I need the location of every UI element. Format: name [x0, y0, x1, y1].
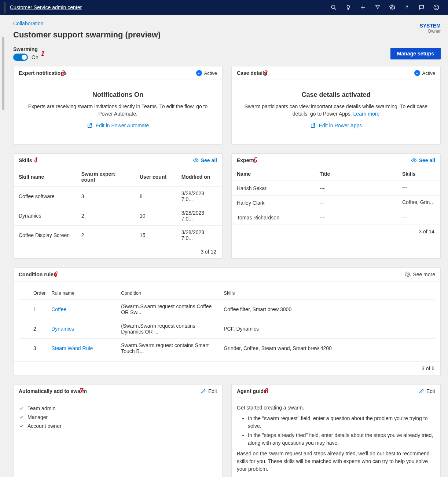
smile-icon[interactable] — [429, 0, 444, 15]
skills-card: 4 Skills See all Skill name Swarm expert… — [13, 153, 223, 259]
guide-bullet: In the "swarm request" field, enter a qu… — [248, 415, 435, 430]
gear-icon[interactable] — [385, 0, 400, 15]
scrollbar[interactable] — [0, 35, 6, 477]
rules-footer: 3 of 6 — [14, 361, 440, 375]
rules-table: Order Rule name Condition Skills 1Coffee… — [19, 287, 435, 358]
status-badge: Active — [196, 70, 217, 76]
owner-role: Owner — [419, 29, 441, 34]
svg-point-5 — [407, 9, 407, 9]
open-icon — [310, 123, 316, 128]
check-icon — [19, 423, 24, 429]
card-heading: Notifications On — [22, 91, 213, 99]
skills-footer: 3 of 12 — [14, 245, 222, 258]
svg-point-7 — [436, 7, 436, 7]
table-row[interactable]: Dynamics2103/28/2023 7:0... — [14, 206, 222, 226]
help-icon[interactable] — [400, 0, 414, 15]
check-icon — [19, 406, 24, 411]
card-title: Expert notifications — [19, 70, 67, 76]
swarming-state: On — [32, 54, 38, 60]
rule-link[interactable]: Coffee — [51, 306, 66, 312]
guide-bullet: In the "steps already tried" field, ente… — [248, 432, 435, 447]
card-title: Automatically add to swarm — [19, 388, 87, 394]
card-title: Experts — [237, 157, 256, 163]
svg-point-8 — [437, 7, 437, 7]
card-title: Condition rules — [19, 272, 56, 277]
edit-link[interactable]: Edit — [201, 388, 217, 394]
case-details-card: 3 Case details Active Case details activ… — [231, 66, 441, 145]
table-row[interactable]: Hailey Clark---Coffee, Grinder, ... — [232, 196, 440, 210]
gear-icon — [405, 272, 411, 277]
swarming-label: Swarming — [13, 46, 38, 52]
table-row[interactable]: Tomas Richardson------ — [232, 210, 440, 225]
card-desc: Experts are receiving swarm invitations … — [22, 103, 213, 117]
owner-name[interactable]: SYSTEM — [419, 23, 441, 29]
open-icon — [87, 123, 93, 128]
manage-setups-button[interactable]: Manage setups — [390, 48, 441, 59]
experts-table: Name Title Skills Harish Sekar------ Hai… — [232, 167, 440, 225]
table-row[interactable]: Coffee Display Screen2153/28/2023 7:0... — [14, 226, 222, 245]
check-icon — [196, 70, 202, 76]
table-row[interactable]: Coffee software383/28/2023 7:0... — [14, 187, 222, 206]
guide-outro: Based on the swarm request and steps alr… — [237, 450, 435, 473]
card-title: Agent guide — [237, 388, 267, 394]
pencil-icon — [201, 389, 206, 394]
list-item: Manager — [19, 413, 217, 422]
see-all-link[interactable]: See all — [193, 157, 217, 163]
card-title: Skills — [19, 157, 32, 163]
card-heading: Case details activated — [240, 91, 432, 99]
add-icon[interactable] — [356, 0, 370, 15]
annotation-1: 1 — [41, 49, 45, 58]
rule-link[interactable]: Dynamics — [51, 326, 74, 332]
list-item: Team admin — [19, 404, 217, 413]
check-icon — [19, 415, 24, 420]
see-more-link[interactable]: See more — [405, 272, 435, 277]
idea-icon[interactable] — [341, 0, 356, 15]
appbar-divider — [4, 2, 5, 13]
svg-line-1 — [334, 8, 336, 10]
svg-point-12 — [413, 160, 415, 161]
table-row[interactable]: 3Steam Wand RuleSwarm.Swarm request cont… — [19, 339, 435, 358]
app-bar: Customer Service admin center — [0, 0, 448, 15]
table-row[interactable]: 1Coffee(Swarm.Swarm request contains Cof… — [19, 300, 435, 319]
edit-power-apps-link[interactable]: Edit in Power Apps — [310, 123, 362, 128]
breadcrumb[interactable]: Collaboration — [13, 21, 448, 26]
owner-block: SYSTEM Owner — [419, 23, 441, 34]
experts-card: 5 Experts See all Name Title Skills Hari… — [231, 153, 441, 259]
swarming-toggle[interactable] — [13, 54, 28, 61]
agent-guide-card: 8 Agent guide Edit Get started creating … — [231, 384, 441, 477]
svg-point-4 — [392, 7, 393, 8]
search-icon[interactable] — [326, 0, 341, 15]
card-title: Case details — [237, 70, 267, 76]
filter-icon[interactable] — [370, 0, 385, 15]
check-icon — [414, 70, 420, 76]
skills-table: Skill name Swarm expert count User count… — [14, 167, 222, 245]
app-title[interactable]: Customer Service admin center — [10, 4, 82, 10]
table-row[interactable]: 2Dynamics(Swarm.Swarm request contains D… — [19, 319, 435, 339]
chat-icon[interactable] — [414, 0, 429, 15]
table-row[interactable]: Harish Sekar------ — [232, 181, 440, 196]
eye-icon — [411, 157, 417, 163]
learn-more-link[interactable]: Learn more — [353, 111, 380, 117]
edit-power-automate-link[interactable]: Edit in Power Automate — [87, 123, 149, 128]
condition-rules-card: 6 Condition rules See more Order Rule na… — [13, 267, 441, 375]
auto-swarm-card: 7 Automatically add to swarm Edit Team a… — [13, 384, 223, 477]
expert-notifications-card: 2 Expert notifications Active Notificati… — [13, 66, 223, 145]
see-all-link[interactable]: See all — [411, 157, 435, 163]
page-title: Customer support swarming (preview) — [13, 30, 448, 40]
rule-link[interactable]: Steam Wand Rule — [51, 345, 93, 351]
experts-footer: 3 of 14 — [232, 225, 440, 238]
eye-icon — [193, 157, 199, 163]
svg-point-13 — [407, 274, 408, 275]
svg-point-11 — [195, 160, 197, 161]
card-desc: Swarm participants can view important ca… — [240, 103, 432, 117]
list-item: Account owner — [19, 422, 217, 430]
svg-point-6 — [434, 5, 438, 10]
guide-intro: Get started creating a swarm. — [237, 404, 435, 412]
status-badge: Active — [414, 70, 435, 76]
pencil-icon — [419, 389, 424, 394]
edit-link[interactable]: Edit — [419, 388, 435, 394]
svg-point-0 — [331, 5, 335, 8]
